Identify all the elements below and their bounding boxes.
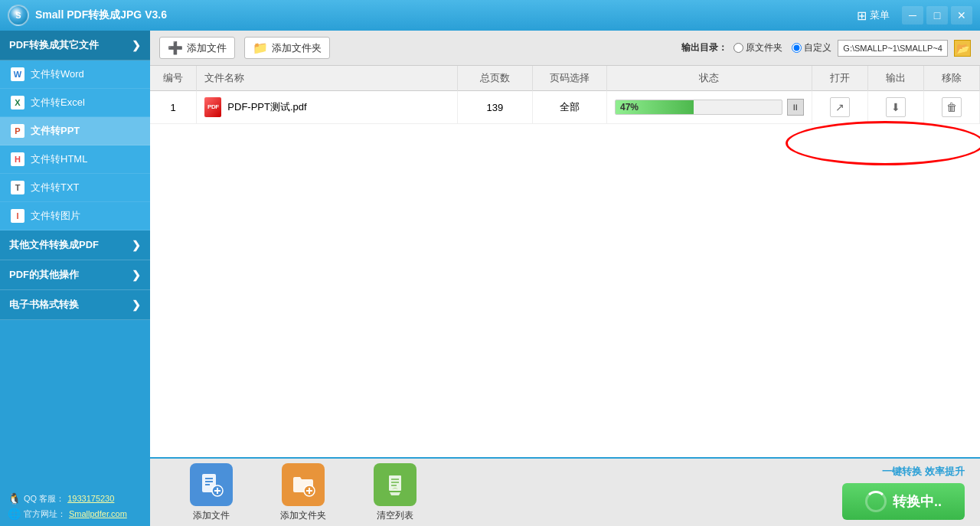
chevron-right-icon-3: ❯ xyxy=(132,299,141,311)
sidebar-item-to-ppt-label: 文件转PPT xyxy=(31,124,80,138)
remove-button[interactable]: 🗑 xyxy=(942,97,962,117)
bottom-clear-list-label: 清空列表 xyxy=(377,509,413,522)
sidebar-item-to-ppt[interactable]: P 文件转PPT xyxy=(0,117,150,145)
progress-text: 47% xyxy=(620,102,639,113)
window-controls: ─ □ ✕ xyxy=(902,6,972,25)
clear-list-svg xyxy=(383,472,407,497)
row-status-cell: 47% ⏸ xyxy=(607,91,812,124)
sidebar-item-to-excel[interactable]: X 文件转Excel xyxy=(0,89,150,117)
trash-icon: 🗑 xyxy=(946,101,957,113)
pause-button[interactable]: ⏸ xyxy=(787,99,804,116)
grid-icon: ⊞ xyxy=(857,8,867,23)
sidebar-item-to-html[interactable]: H 文件转HTML xyxy=(0,145,150,174)
sidebar-section-pdf-to-other-header[interactable]: PDF转换成其它文件 ❯ xyxy=(0,31,150,60)
output-path-text: G:\SMALLP~1\SMALLP~4 xyxy=(843,44,942,53)
convert-button[interactable]: 转换中.. xyxy=(842,483,965,520)
bottom-clear-list[interactable]: 清空列表 xyxy=(349,463,441,522)
bottom-clear-list-icon xyxy=(374,463,416,506)
website-url[interactable]: Smallpdfer.com xyxy=(69,509,127,518)
open-icon: ↗ xyxy=(835,101,844,113)
menu-button[interactable]: ⊞ 菜单 xyxy=(857,8,890,23)
radio-original-folder[interactable]: 原文件夹 xyxy=(733,41,782,54)
sidebar-item-to-txt[interactable]: T 文件转TXT xyxy=(0,174,150,202)
radio-custom-input[interactable] xyxy=(792,43,802,53)
row-page-select: 全部 xyxy=(532,91,606,124)
maximize-button[interactable]: □ xyxy=(926,6,948,25)
sidebar-section-other-to-pdf-header[interactable]: 其他文件转换成PDF ❯ xyxy=(0,230,150,260)
sidebar-item-to-txt-label: 文件转TXT xyxy=(31,181,80,194)
menu-label: 菜单 xyxy=(870,8,890,22)
row-filename-cell: PDF PDF-PPT测试.pdf xyxy=(197,91,458,124)
qq-number[interactable]: 1933175230 xyxy=(67,494,114,503)
convert-btn-label: 转换中.. xyxy=(893,492,942,511)
add-folder-label: 添加文件夹 xyxy=(272,41,322,55)
sidebar-section-other-to-pdf-label: 其他文件转换成PDF xyxy=(9,238,99,252)
bottom-add-file[interactable]: 添加文件 xyxy=(165,463,257,522)
sidebar-section-pdf-to-other[interactable]: PDF转换成其它文件 ❯ W 文件转Word X 文件转Excel P 文件转P… xyxy=(0,31,150,230)
efficiency-text: 一键转换 效率提升 xyxy=(882,465,965,479)
radio-custom-folder[interactable]: 自定义 xyxy=(792,41,831,54)
progress-wrapper: 47% ⏸ xyxy=(615,99,804,116)
txt-icon: T xyxy=(11,181,24,194)
sidebar-item-to-image[interactable]: I 文件转图片 xyxy=(0,202,150,230)
sidebar-section-ebook-header[interactable]: 电子书格式转换 ❯ xyxy=(0,290,150,320)
radio-original-input[interactable] xyxy=(733,43,743,53)
bottom-add-folder-icon xyxy=(282,463,325,506)
sidebar-section-pdf-operations[interactable]: PDF的其他操作 ❯ xyxy=(0,260,150,290)
table-row: 1 PDF PDF-PPT测试.pdf 139 全部 xyxy=(150,91,980,124)
add-file-svg xyxy=(199,472,224,497)
file-table-container: 编号 文件名称 总页数 页码选择 状态 打开 输出 移除 1 xyxy=(150,66,980,457)
sidebar-item-to-image-label: 文件转图片 xyxy=(31,209,80,223)
browse-folder-button[interactable]: 📂 xyxy=(954,40,971,57)
add-folder-svg xyxy=(291,472,315,497)
sidebar-section-ebook[interactable]: 电子书格式转换 ❯ xyxy=(0,290,150,320)
sidebar: PDF转换成其它文件 ❯ W 文件转Word X 文件转Excel P 文件转P… xyxy=(0,31,150,526)
sidebar-item-to-word[interactable]: W 文件转Word xyxy=(0,60,150,89)
add-folder-icon: 📁 xyxy=(253,41,268,55)
sidebar-items-pdf-to-other: W 文件转Word X 文件转Excel P 文件转PPT H 文件转HTML … xyxy=(0,60,150,230)
qq-row: 🐧 QQ 客服： 1933175230 xyxy=(8,492,142,505)
title-bar: S Small PDF转换成JPG V3.6 ⊞ 菜单 ─ □ ✕ xyxy=(0,0,980,31)
pdf-file-icon: PDF xyxy=(204,97,221,117)
col-header-id: 编号 xyxy=(150,66,197,91)
ppt-icon: P xyxy=(11,124,24,138)
bottom-add-folder[interactable]: 添加文件夹 xyxy=(257,463,349,522)
chevron-down-icon: ❯ xyxy=(132,39,141,51)
web-row: 🌐 官方网址： Smallpdfer.com xyxy=(8,508,142,520)
row-id: 1 xyxy=(150,91,197,124)
main-container: PDF转换成其它文件 ❯ W 文件转Word X 文件转Excel P 文件转P… xyxy=(0,31,980,526)
content-area: ➕ 添加文件 📁 添加文件夹 输出目录： 原文件夹 自定义 xyxy=(150,31,980,526)
close-button[interactable]: ✕ xyxy=(951,6,972,25)
bottom-add-file-label: 添加文件 xyxy=(193,509,230,522)
add-file-button[interactable]: ➕ 添加文件 xyxy=(159,37,235,59)
row-open-cell: ↗ xyxy=(812,91,867,124)
folder-icon: 📂 xyxy=(956,42,969,54)
output-path: G:\SMALLP~1\SMALLP~4 xyxy=(838,40,948,57)
output-button[interactable]: ⬇ xyxy=(886,97,906,117)
add-folder-button[interactable]: 📁 添加文件夹 xyxy=(244,37,330,59)
sidebar-section-pdf-to-other-label: PDF转换成其它文件 xyxy=(9,38,99,52)
bottom-bar: 添加文件 添加文件夹 xyxy=(150,457,980,526)
open-button[interactable]: ↗ xyxy=(830,97,850,117)
sidebar-section-pdf-operations-label: PDF的其他操作 xyxy=(9,268,79,282)
bottom-add-file-icon xyxy=(190,463,233,506)
minimize-button[interactable]: ─ xyxy=(902,6,923,25)
sidebar-section-other-to-pdf[interactable]: 其他文件转换成PDF ❯ xyxy=(0,230,150,260)
sidebar-section-pdf-operations-header[interactable]: PDF的其他操作 ❯ xyxy=(0,260,150,290)
loading-spinner xyxy=(865,491,887,512)
table-header-row: 编号 文件名称 总页数 页码选择 状态 打开 输出 移除 xyxy=(150,66,980,91)
bottom-right: 一键转换 效率提升 转换中.. xyxy=(842,465,965,520)
output-icon: ⬇ xyxy=(891,101,900,113)
col-header-open: 打开 xyxy=(812,66,867,91)
row-output-cell: ⬇ xyxy=(867,91,923,124)
col-header-filename: 文件名称 xyxy=(197,66,458,91)
col-header-pages: 总页数 xyxy=(458,66,532,91)
sidebar-footer: 🐧 QQ 客服： 1933175230 🌐 官方网址： Smallpdfer.c… xyxy=(0,486,150,526)
radio-original-label: 原文件夹 xyxy=(746,41,782,54)
toolbar: ➕ 添加文件 📁 添加文件夹 输出目录： 原文件夹 自定义 xyxy=(150,31,980,66)
qq-label: QQ 客服： xyxy=(24,493,64,505)
row-pages: 139 xyxy=(458,91,532,124)
output-label: 输出目录： xyxy=(681,41,727,54)
website-label: 官方网址： xyxy=(24,508,66,520)
progress-bar-outer: 47% xyxy=(615,100,782,115)
